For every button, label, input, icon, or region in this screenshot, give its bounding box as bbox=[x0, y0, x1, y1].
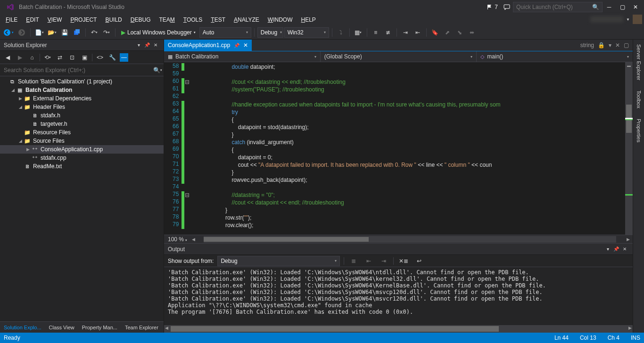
start-debugging-button[interactable]: ▶Local Windows Debugger▾ bbox=[118, 29, 198, 36]
menu-view[interactable]: VIEW bbox=[44, 15, 66, 24]
comment-button[interactable]: ≡ bbox=[370, 27, 381, 38]
tab-dropdown-icon[interactable]: ▾ bbox=[609, 42, 611, 49]
solution-arch-combo[interactable]: Win32▾ bbox=[284, 27, 329, 38]
bottom-tab-2[interactable]: Property Man... bbox=[78, 322, 121, 333]
uncomment-button[interactable]: ≢ bbox=[382, 27, 394, 38]
menu-analyze[interactable]: ANALYZE bbox=[230, 15, 263, 24]
new-project-button[interactable]: 📄▾ bbox=[33, 27, 45, 38]
horizontal-scroll-thumb[interactable] bbox=[204, 237, 369, 242]
feedback-icon[interactable] bbox=[504, 4, 510, 10]
menu-debug[interactable]: DEBUG bbox=[127, 15, 155, 24]
output-horizontal-scrollbar[interactable]: ◀ ▶ bbox=[164, 325, 633, 333]
close-all-icon[interactable]: ✕ bbox=[615, 42, 620, 49]
close-button[interactable]: ✕ bbox=[629, 2, 642, 12]
clear-bookmarks-button[interactable]: ⬌ bbox=[466, 27, 478, 38]
folder-source[interactable]: ◢📁Source Files bbox=[0, 137, 164, 145]
scroll-left-icon[interactable]: ◀ bbox=[191, 237, 196, 242]
file-stdafx.h[interactable]: 🗎stdafx.h bbox=[0, 111, 164, 120]
redo-button[interactable]: ↷▾ bbox=[101, 27, 112, 38]
panel-close-icon[interactable]: ✕ bbox=[151, 41, 160, 49]
prev-message-icon[interactable]: ⇤ bbox=[363, 255, 374, 267]
file-targetver.h[interactable]: 🗎targetver.h bbox=[0, 120, 164, 128]
menu-tools[interactable]: TOOLS bbox=[180, 15, 206, 24]
preview-icon[interactable]: — bbox=[120, 53, 128, 62]
bottom-tab-0[interactable]: Solution Explo... bbox=[0, 322, 45, 333]
outdent-button[interactable]: ⇤ bbox=[412, 27, 423, 38]
bookmark-button[interactable]: 🔖 bbox=[429, 27, 441, 38]
home-icon[interactable]: ⌂ bbox=[27, 53, 37, 62]
pin-icon[interactable]: 📌 bbox=[143, 41, 151, 49]
prev-bookmark-button[interactable]: ⬈ bbox=[442, 27, 453, 38]
fold-gutter[interactable]: ⊟⊟ bbox=[184, 62, 190, 235]
pin-tab-icon[interactable]: 📌 bbox=[234, 43, 239, 48]
output-pin-icon[interactable]: 📌 bbox=[612, 245, 620, 253]
output-scroll-thumb[interactable] bbox=[171, 326, 499, 332]
split-icon[interactable]: ▬ bbox=[625, 62, 633, 69]
active-document-tab[interactable]: ConsoleApplication1.cpp 📌 ✕ bbox=[164, 40, 252, 51]
collapse-icon[interactable]: ⊡ bbox=[67, 53, 77, 62]
account-area[interactable]: ▼ bbox=[590, 14, 642, 24]
menu-help[interactable]: HELP bbox=[297, 15, 319, 24]
indent-button[interactable]: ⇥ bbox=[400, 27, 411, 38]
output-source-combo[interactable]: Debug▾ bbox=[217, 256, 340, 266]
menu-project[interactable]: PROJECT bbox=[66, 15, 100, 24]
solution-node[interactable]: ⧉Solution 'Batch Calibration' (1 project… bbox=[0, 77, 164, 86]
file-readme[interactable]: 🗎ReadMe.txt bbox=[0, 162, 164, 171]
menu-test[interactable]: TEST bbox=[207, 15, 229, 24]
menu-edit[interactable]: EDIT bbox=[22, 15, 42, 24]
solution-tree[interactable]: ⧉Solution 'Batch Calibration' (1 project… bbox=[0, 76, 164, 321]
menu-team[interactable]: TEAM bbox=[155, 15, 178, 24]
avatar[interactable] bbox=[633, 15, 642, 24]
zoom-level[interactable]: 100 % ▾ bbox=[164, 236, 191, 243]
folder-resource[interactable]: 📁Resource Files bbox=[0, 128, 164, 137]
nav-project-combo[interactable]: ▦Batch Calibration▾ bbox=[164, 51, 321, 62]
bottom-tab-3[interactable]: Team Explorer bbox=[121, 322, 162, 333]
find-message-icon[interactable]: ≣ bbox=[348, 255, 359, 267]
project-node[interactable]: ◢▦Batch Calibration bbox=[0, 86, 164, 94]
nav-forward-button[interactable] bbox=[16, 27, 27, 38]
show-all-icon[interactable]: ▣ bbox=[80, 53, 89, 62]
solution-platform-combo[interactable]: Auto▾ bbox=[199, 27, 251, 38]
save-all-button[interactable] bbox=[71, 27, 83, 38]
code-editor[interactable]: 5859606162636465666768697071727374757677… bbox=[164, 62, 633, 235]
next-message-icon[interactable]: ⇥ bbox=[378, 255, 389, 267]
panel-dropdown-icon[interactable]: ▾ bbox=[134, 41, 143, 49]
solution-config-combo[interactable]: Debug▾ bbox=[257, 27, 283, 38]
se-search-input[interactable] bbox=[0, 64, 151, 76]
next-bookmark-button[interactable]: ⬊ bbox=[454, 27, 465, 38]
file-ConsoleApplication1.cpp[interactable]: ▶⁺⁺ConsoleApplication1.cpp bbox=[0, 145, 164, 154]
close-tab-icon[interactable]: ✕ bbox=[243, 42, 248, 49]
se-back-icon[interactable]: ◀ bbox=[3, 53, 12, 62]
output-text[interactable]: 'Batch Calibration.exe' (Win32): Loaded … bbox=[164, 267, 633, 325]
folder-external[interactable]: ▶📁External Dependencies bbox=[0, 94, 164, 103]
refresh-icon[interactable]: ⇄ bbox=[55, 53, 65, 62]
dock-tab-server-explorer[interactable]: Server Explorer bbox=[635, 41, 643, 83]
quick-launch-input[interactable] bbox=[516, 4, 592, 10]
sync-icon[interactable]: ⟲▾ bbox=[43, 53, 52, 62]
menu-file[interactable]: FILE bbox=[2, 15, 21, 24]
flag-notifications[interactable]: 7 bbox=[487, 4, 498, 10]
folder-header[interactable]: ◢📁Header Files bbox=[0, 103, 164, 111]
properties-icon[interactable]: 🔧 bbox=[107, 53, 117, 62]
bottom-tab-1[interactable]: Class View bbox=[45, 322, 78, 333]
quick-launch-box[interactable]: 🔍 bbox=[513, 2, 603, 12]
maximize-button[interactable]: ▢ bbox=[616, 2, 629, 12]
maximize-editor-icon[interactable]: ▢ bbox=[624, 42, 629, 49]
search-icon[interactable]: 🔍▾ bbox=[151, 67, 164, 74]
nav-scope-combo[interactable]: (Global Scope)▾ bbox=[321, 51, 477, 62]
word-wrap-icon[interactable]: ↩ bbox=[413, 255, 425, 267]
output-close-icon[interactable]: ✕ bbox=[620, 245, 629, 253]
menu-build[interactable]: BUILD bbox=[101, 15, 125, 24]
open-file-button[interactable]: 📂▾ bbox=[46, 27, 58, 38]
menu-window[interactable]: WINDOW bbox=[264, 15, 297, 24]
nav-back-button[interactable]: ▾ bbox=[2, 27, 15, 38]
dock-tab-properties[interactable]: Properties bbox=[635, 116, 643, 145]
dock-tab-toolbox[interactable]: Toolbox bbox=[635, 88, 643, 111]
undo-button[interactable]: ↶▾ bbox=[89, 27, 100, 38]
solution-explorer-search[interactable]: 🔍▾ bbox=[0, 64, 164, 76]
clear-output-icon[interactable]: ✕≣ bbox=[397, 255, 410, 267]
file-stdafx.cpp[interactable]: ⁺⁺stdafx.cpp bbox=[0, 154, 164, 162]
save-button[interactable]: 💾 bbox=[59, 27, 70, 38]
code-text[interactable]: double datapoint; //cout << datastring <… bbox=[190, 62, 625, 235]
nav-member-combo[interactable]: ◇main()▾ bbox=[477, 51, 633, 62]
